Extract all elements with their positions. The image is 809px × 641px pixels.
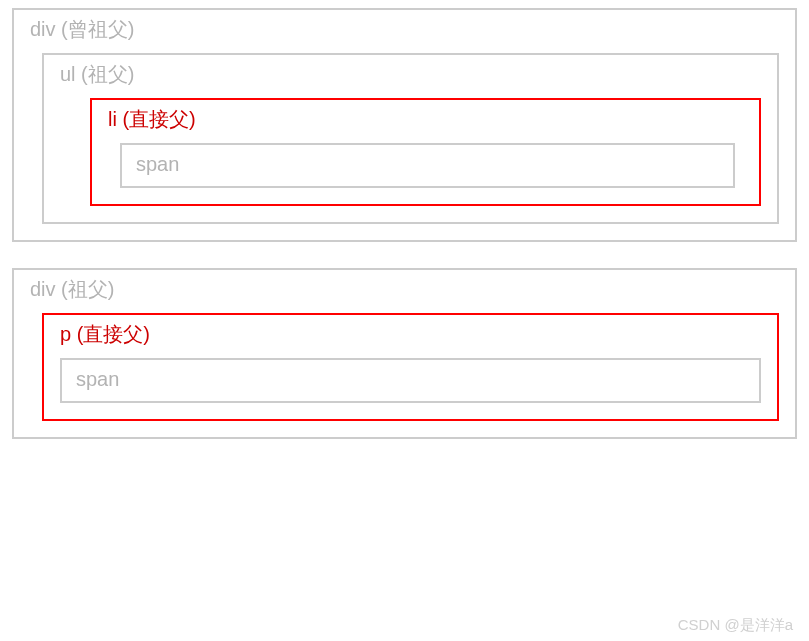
span-leaf-label: span — [136, 153, 719, 176]
parent-li-label: li (直接父) — [108, 106, 735, 133]
great-grandparent-label: div (曾祖父) — [30, 16, 779, 43]
grandparent-ul-label: ul (祖父) — [60, 61, 761, 88]
grandparent-ul-box: ul (祖父) li (直接父) span — [42, 53, 779, 224]
grandparent-div-box: div (祖父) p (直接父) span — [12, 268, 797, 439]
great-grandparent-div-box: div (曾祖父) ul (祖父) li (直接父) span — [12, 8, 797, 242]
grandparent-div-label: div (祖父) — [30, 276, 779, 303]
parent-p-label: p (直接父) — [60, 321, 761, 348]
span-leaf-box-2: span — [60, 358, 761, 403]
watermark-text: CSDN @是洋洋a — [678, 616, 793, 635]
span-leaf-box: span — [120, 143, 735, 188]
parent-li-box: li (直接父) span — [90, 98, 761, 206]
parent-p-box: p (直接父) span — [42, 313, 779, 421]
span-leaf-label-2: span — [76, 368, 745, 391]
